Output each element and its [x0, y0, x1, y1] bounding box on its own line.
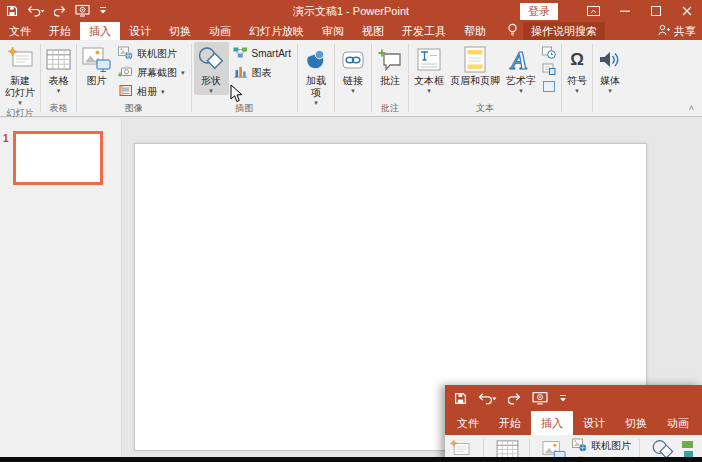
media-label: 媒体 [600, 75, 620, 87]
table-label: 表格 [49, 75, 69, 87]
close-button[interactable] [671, 0, 702, 22]
login-button[interactable]: 登录 [520, 3, 558, 20]
link-button[interactable]: 链接 ▾ [337, 42, 369, 95]
bottom-black-strip [0, 457, 702, 462]
mouse-cursor [230, 84, 243, 107]
slide-number-button[interactable] [541, 62, 557, 77]
mini-tab-home[interactable]: 开始 [489, 411, 531, 435]
photo-album-icon [118, 84, 133, 99]
group-tables: 表格 ▾ 表格 [41, 40, 76, 116]
undo-icon[interactable] [27, 5, 45, 17]
slide-thumbnail-1[interactable] [13, 131, 103, 185]
redo-icon[interactable] [54, 5, 66, 17]
link-label: 链接 [343, 75, 363, 87]
save-icon[interactable] [454, 392, 467, 405]
mini-tab-transitions[interactable]: 切换 [615, 411, 657, 435]
tab-insert[interactable]: 插入 [80, 22, 120, 40]
tab-review[interactable]: 审阅 [313, 22, 353, 40]
object-button[interactable] [541, 79, 557, 94]
tab-design[interactable]: 设计 [120, 22, 160, 40]
group-comments: 批注 批注 [372, 40, 408, 116]
tab-file[interactable]: 文件 [0, 22, 40, 40]
textbox-button[interactable]: 文本框 ▾ [411, 42, 447, 95]
mini-tab-file[interactable]: 文件 [447, 411, 489, 435]
shapes-icon [197, 44, 226, 75]
table-icon [46, 44, 71, 75]
group-label-illustrations: 插图 [192, 102, 297, 116]
addins-button[interactable]: 加载 项 ▾ [300, 42, 332, 107]
online-pictures-button[interactable]: 联机图片 [572, 438, 631, 454]
group-links: 链接 ▾ [335, 40, 371, 116]
collapse-ribbon-chevron[interactable]: ˄ [689, 103, 694, 113]
customize-qat-icon[interactable] [99, 6, 107, 15]
omega-symbol-icon: Ω [570, 44, 584, 75]
picture-button[interactable]: 图片 [79, 42, 114, 87]
maximize-button[interactable] [640, 0, 671, 22]
tab-view[interactable]: 视图 [353, 22, 393, 40]
tab-animations[interactable]: 动画 [200, 22, 240, 40]
online-pictures-button[interactable]: 联机图片 [114, 44, 189, 63]
tab-help[interactable]: 帮助 [455, 22, 495, 40]
share-label: 共享 [674, 24, 696, 39]
group-text: 文本框 ▾ 页眉和页脚 A 艺术字 ▾ 文本 [409, 40, 561, 116]
header-footer-button[interactable]: 页眉和页脚 [447, 42, 503, 87]
powerpoint-app: 演示文稿1 - PowerPoint 登录 文件 开始 插入 设计 切换 动画 … [0, 0, 702, 462]
screenshot-label: 屏幕截图 [137, 66, 177, 80]
minimize-button[interactable] [609, 0, 640, 22]
undo-icon[interactable] [478, 392, 497, 405]
new-slide-button[interactable]: 新建 幻灯片 ▾ [2, 42, 38, 107]
dropdown-arrow-icon: ▾ [427, 87, 431, 95]
table-button[interactable]: 表格 ▾ [43, 42, 74, 95]
addins-icon [303, 44, 329, 75]
dropdown-arrow-icon: ▾ [209, 87, 213, 95]
smartart-icon [233, 46, 248, 61]
online-pictures-label: 联机图片 [137, 47, 177, 61]
link-icon [340, 44, 366, 75]
ribbon-display-options-icon[interactable] [578, 0, 609, 22]
shapes-button[interactable]: 形状 ▾ [194, 42, 229, 95]
ribbon-insert: 新建 幻灯片 ▾ 幻灯片 表格 ▾ 表格 图片 [0, 40, 702, 117]
textbox-icon [417, 44, 441, 75]
mini-tab-design[interactable]: 设计 [573, 411, 615, 435]
new-slide-label: 新建 幻灯片 [5, 75, 35, 99]
picture-label: 图片 [87, 75, 107, 87]
customize-qat-icon[interactable] [559, 394, 567, 403]
group-label-addins [298, 107, 334, 116]
redo-icon[interactable] [508, 392, 521, 405]
symbol-button[interactable]: Ω 符号 ▾ [564, 42, 590, 95]
tab-developer[interactable]: 开发工具 [393, 22, 455, 40]
wordart-button[interactable]: A 艺术字 ▾ [503, 42, 539, 95]
screenshot-button[interactable]: 屏幕截图 ▾ [114, 63, 189, 82]
save-icon[interactable] [6, 5, 18, 17]
group-slides: 新建 幻灯片 ▾ 幻灯片 [0, 40, 40, 116]
images-small-buttons: 联机图片 屏幕截图 ▾ 相册 ▾ [114, 42, 189, 101]
tab-slideshow[interactable]: 幻灯片放映 [240, 22, 313, 40]
photo-album-button[interactable]: 相册 ▾ [114, 82, 189, 101]
date-time-button[interactable] [541, 45, 557, 60]
start-slideshow-icon[interactable] [75, 4, 90, 17]
comment-label: 批注 [380, 75, 400, 87]
dropdown-arrow-icon: ▾ [608, 87, 612, 95]
start-slideshow-icon[interactable] [532, 391, 548, 405]
share-button[interactable]: 共享 [657, 22, 696, 40]
media-button[interactable]: 媒体 ▾ [595, 42, 625, 95]
header-footer-icon [464, 44, 486, 75]
comment-button[interactable]: 批注 [374, 42, 406, 87]
tell-me[interactable]: 操作说明搜索 [507, 22, 605, 40]
group-label-comments: 批注 [372, 102, 408, 116]
tell-me-label: 操作说明搜索 [523, 22, 605, 41]
group-label-slides: 幻灯片 [0, 107, 40, 120]
chart-button[interactable]: 图表 [229, 63, 295, 82]
photo-album-label: 相册 [137, 85, 157, 99]
mini-tab-insert[interactable]: 插入 [531, 411, 573, 435]
tab-home[interactable]: 开始 [40, 22, 80, 40]
group-label-links [335, 102, 371, 116]
smartart-button[interactable]: SmartArt [229, 44, 295, 63]
slide-number: 1 [3, 133, 9, 144]
title-bar: 演示文稿1 - PowerPoint 登录 [0, 0, 702, 22]
chart-icon [233, 65, 248, 80]
mini-tab-animations[interactable]: 动画 [657, 411, 699, 435]
dropdown-arrow-icon: ▾ [351, 87, 355, 95]
tab-transitions[interactable]: 切换 [160, 22, 200, 40]
mini-powerpoint-window[interactable]: 文件 开始 插入 设计 切换 动画 幻灯片放映 联机图片 屏幕截图 [445, 385, 702, 462]
